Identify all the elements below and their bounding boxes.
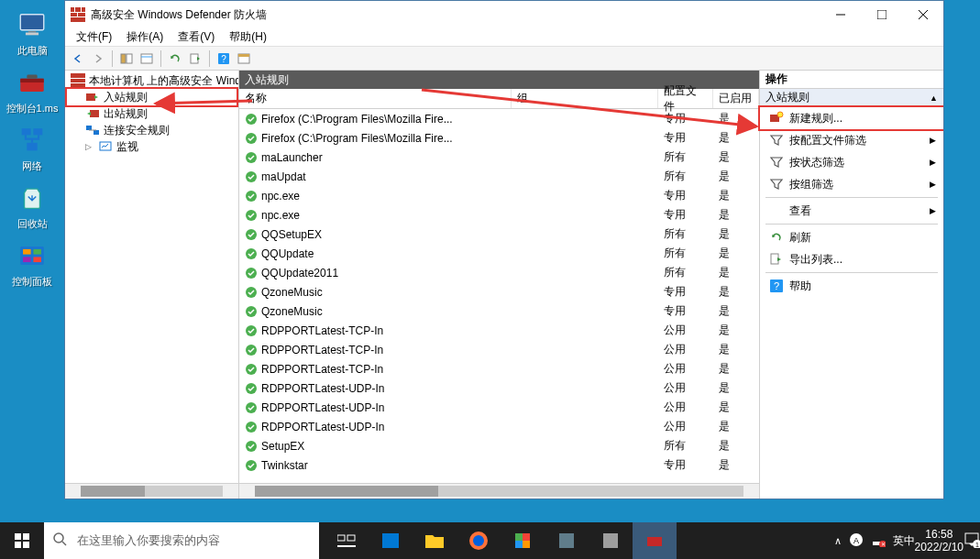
tree-outbound-rules[interactable]: 出站规则 xyxy=(67,105,237,122)
table-row[interactable]: Firefox (C:\Program Files\Mozilla Fire..… xyxy=(239,109,759,128)
desktop-icon-recycle[interactable]: 回收站 xyxy=(0,181,64,231)
tray-ime[interactable]: 中 xyxy=(904,533,915,549)
menu-action[interactable]: 操作(A) xyxy=(119,27,171,47)
svg-point-62 xyxy=(777,112,783,117)
table-row[interactable]: SetupEX 所有 是 xyxy=(239,436,759,455)
tray-ime-icon[interactable]: A xyxy=(849,532,864,549)
export-icon xyxy=(769,252,784,267)
table-row[interactable]: maUpdat 所有 是 xyxy=(239,167,759,186)
table-row[interactable]: RDPPORTLatest-UDP-In 公用 是 xyxy=(239,378,759,398)
tool-export[interactable] xyxy=(186,49,204,68)
taskbar-search[interactable]: 在这里输入你要搜索的内容 xyxy=(44,522,319,559)
task-explorer[interactable] xyxy=(413,522,457,559)
filter-icon xyxy=(769,155,784,170)
desktop-icon-console[interactable]: 控制台1.ms xyxy=(0,65,64,115)
collapse-icon[interactable]: ▲ xyxy=(930,93,938,103)
svg-rect-37 xyxy=(90,110,99,117)
cell-profile: 所有 xyxy=(658,246,713,261)
minimize-button[interactable] xyxy=(820,2,861,27)
cell-profile: 专用 xyxy=(658,284,713,300)
table-row[interactable]: Twinkstar 专用 是 xyxy=(239,455,759,475)
expand-icon[interactable]: ▷ xyxy=(85,142,94,151)
task-firefox[interactable] xyxy=(457,522,501,559)
svg-rect-24 xyxy=(121,54,126,63)
desktop-icon-computer[interactable]: 此电脑 xyxy=(0,7,64,58)
task-app-1[interactable] xyxy=(369,522,413,559)
actions-section-header[interactable]: 入站规则 ▲ xyxy=(760,89,943,107)
action--[interactable]: ?帮助 xyxy=(760,275,943,297)
action--[interactable]: 查看▶ xyxy=(760,200,943,222)
close-button[interactable] xyxy=(902,2,943,27)
tray-expand-icon[interactable]: ∧ xyxy=(834,535,842,547)
table-row[interactable]: RDPPORTLatest-TCP-In 公用 是 xyxy=(239,321,759,340)
tree-monitoring[interactable]: ▷ 监视 xyxy=(67,138,237,155)
table-row[interactable]: QQUpdate 所有 是 xyxy=(239,244,759,263)
tool-help[interactable]: ? xyxy=(215,49,233,68)
col-profile[interactable]: 配置文件 xyxy=(658,89,713,108)
table-row[interactable]: npc.exe 专用 是 xyxy=(239,186,759,205)
action--[interactable]: 按配置文件筛选▶ xyxy=(760,129,943,151)
tool-show-hide[interactable] xyxy=(117,49,136,68)
maximize-button[interactable] xyxy=(861,2,902,27)
list-scrollbar[interactable] xyxy=(239,483,759,499)
tray-clock[interactable]: 16:58 2022/2/10 xyxy=(915,528,963,554)
cell-name: QQSetupEX xyxy=(239,228,512,241)
menu-help[interactable]: 帮助(H) xyxy=(222,27,274,47)
table-row[interactable]: RDPPORTLatest-UDP-In 公用 是 xyxy=(239,417,759,436)
table-row[interactable]: QQUpdate2011 所有 是 xyxy=(239,263,759,282)
tray-notifications-icon[interactable]: 1 xyxy=(963,532,980,551)
cell-name: maLauncher xyxy=(239,151,512,164)
svg-rect-1 xyxy=(28,31,37,32)
table-row[interactable]: maLauncher 所有 是 xyxy=(239,148,759,167)
tree-root[interactable]: 本地计算机 上的高级安全 Wind xyxy=(67,72,237,89)
task-app-3[interactable] xyxy=(545,522,589,559)
svg-text:?: ? xyxy=(221,54,226,64)
tray-lang[interactable]: 英 xyxy=(893,533,904,549)
action--[interactable]: 按状态筛选▶ xyxy=(760,151,943,173)
table-row[interactable]: QQSetupEX 所有 是 xyxy=(239,225,759,244)
chevron-right-icon: ▶ xyxy=(930,136,936,145)
task-app-4[interactable] xyxy=(589,522,633,559)
tray-network-icon[interactable]: ✕ xyxy=(871,532,886,549)
table-row[interactable]: RDPPORTLatest-TCP-In 公用 是 xyxy=(239,340,759,359)
task-mmc[interactable] xyxy=(633,522,677,559)
action--[interactable]: 导出列表... xyxy=(760,248,943,270)
table-row[interactable]: Firefox (C:\Program Files\Mozilla Fire..… xyxy=(239,128,759,148)
table-row[interactable]: RDPPORTLatest-TCP-In 公用 是 xyxy=(239,359,759,378)
tool-refresh[interactable] xyxy=(166,49,184,68)
table-row[interactable]: npc.exe 专用 是 xyxy=(239,205,759,225)
menu-file[interactable]: 文件(F) xyxy=(69,27,119,47)
tool-details[interactable] xyxy=(138,49,156,68)
tool-panel[interactable] xyxy=(235,49,253,68)
action--[interactable]: 按组筛选▶ xyxy=(760,173,943,195)
cell-enabled: 是 xyxy=(713,246,759,261)
tool-forward[interactable] xyxy=(89,49,107,68)
tool-back[interactable] xyxy=(69,49,87,68)
list-body[interactable]: Firefox (C:\Program Files\Mozilla Fire..… xyxy=(239,109,759,483)
action--[interactable]: 新建规则... xyxy=(760,107,943,129)
desktop-icon-control-panel[interactable]: 控制面板 xyxy=(0,238,64,289)
task-app-2[interactable] xyxy=(501,522,545,559)
table-row[interactable]: QzoneMusic 专用 是 xyxy=(239,282,759,301)
table-row[interactable]: RDPPORTLatest-UDP-In 公用 是 xyxy=(239,398,759,417)
action--[interactable]: 刷新 xyxy=(760,226,943,248)
menu-view[interactable]: 查看(V) xyxy=(171,27,222,47)
svg-rect-38 xyxy=(86,126,92,130)
tree-connection-security[interactable]: 连接安全规则 xyxy=(67,122,237,138)
start-button[interactable] xyxy=(0,522,44,559)
svg-rect-21 xyxy=(877,10,886,19)
col-enabled[interactable]: 已启用 xyxy=(713,89,759,108)
desktop-icon-network[interactable]: 网络 xyxy=(0,123,64,173)
desktop-label: 控制台1.ms xyxy=(6,102,59,115)
col-name[interactable]: 名称 xyxy=(239,89,512,108)
tree-inbound-rules[interactable]: 入站规则 xyxy=(67,89,237,105)
table-row[interactable]: QzoneMusic 专用 是 xyxy=(239,301,759,321)
svg-rect-85 xyxy=(603,533,618,548)
svg-line-73 xyxy=(62,542,66,545)
task-view-icon[interactable] xyxy=(325,522,369,559)
cell-enabled: 是 xyxy=(713,342,759,357)
col-group[interactable]: 组 xyxy=(512,89,658,108)
tree-scrollbar[interactable] xyxy=(65,483,238,499)
cell-name: RDPPORTLatest-TCP-In xyxy=(239,344,512,356)
titlebar[interactable]: 高级安全 Windows Defender 防火墙 xyxy=(65,1,943,28)
